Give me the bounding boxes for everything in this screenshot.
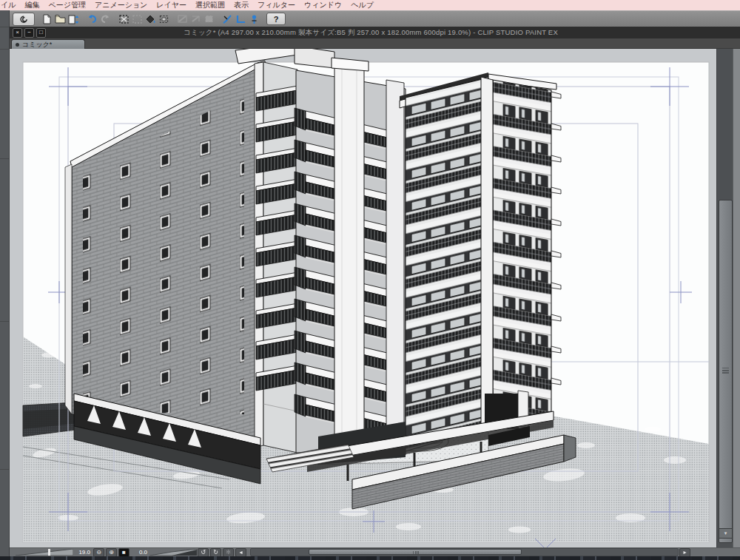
open-file-button[interactable] [54,13,67,25]
scale-selection-icon [158,14,169,24]
page-move-button[interactable] [67,13,80,25]
menu-layer[interactable]: レイヤー [152,0,191,10]
snap-to-special-ruler-button[interactable] [235,13,247,25]
deselect-button[interactable] [118,13,130,25]
tab-comic[interactable]: コミック* [11,39,85,49]
snap-pin-icon [249,14,260,24]
open-folder-icon [55,14,66,24]
menu-selection[interactable]: 選択範囲 [191,0,229,10]
undo-arrow-icon [87,14,98,24]
deselect-icon [118,14,130,24]
menu-edit[interactable]: 編集 [20,0,44,10]
new-document-icon [42,14,52,24]
disabled-tool-button-3[interactable] [203,13,215,25]
rotation-slider[interactable] [149,549,197,556]
menu-filter[interactable]: フィルター [253,0,300,10]
right-palette-edge [733,10,740,556]
menu-window[interactable]: ウィンドウ [300,0,346,10]
close-window-button[interactable]: × [13,28,22,38]
disabled-slash-icon [190,14,201,24]
status-bar: 19.0 ⊖ ⊕ ■ 0.0 ↺ ↻ ✻ ◂ ▸ [10,547,740,556]
redo-arrow-icon [100,14,111,24]
vertical-scrollbar-thumb[interactable] [719,200,733,543]
left-strip-divider [0,469,9,470]
rotate-cw-button[interactable]: ↻ [210,548,221,557]
tab-label: コミック* [22,40,52,50]
document-title-bar: × − □ コミック* (A4 297.00 x 210.00mm 製本サイズ:… [10,27,740,38]
left-palette-edge [0,10,10,556]
reselect-button[interactable] [131,13,144,25]
document-title: コミック* (A4 297.00 x 210.00mm 製本サイズ:B5 判 2… [46,28,696,38]
scrollbar-grip-icon [722,368,729,369]
clip-studio-swirl-icon [18,14,29,24]
left-strip-divider [0,49,9,50]
fill-selection-button[interactable] [144,13,157,25]
reselect-icon [132,14,143,24]
disabled-grid-icon [177,14,188,24]
page-up-down-icon [68,14,79,24]
transform-selection-button[interactable] [158,13,170,25]
scroll-left-button[interactable]: ◂ [235,548,246,557]
menu-file-clipped[interactable]: イル [0,0,20,10]
zoom-in-button[interactable]: ⊕ [106,548,117,557]
clip-studio-logo-button[interactable] [13,13,35,26]
vertical-scroll-down-button[interactable]: ▾ [719,528,733,539]
minimize-window-button[interactable]: − [24,28,34,38]
zoom-out-button[interactable]: ⊖ [93,548,104,557]
left-strip-divider [0,158,9,159]
disabled-frame-icon [204,14,215,24]
canvas-tab-bar: コミック* [10,38,740,49]
rotate-ccw-button[interactable]: ↺ [198,548,209,557]
desktop-edge-texture [0,556,740,560]
undo-button[interactable] [86,13,98,25]
scroll-right-button[interactable]: ▸ [679,548,690,557]
scrollbar-grip-icon [413,551,414,554]
rotation-value: 0.0 [130,549,149,556]
disabled-tool-button-1[interactable] [176,13,189,25]
fit-to-screen-button[interactable]: ■ [118,548,130,557]
left-strip-divider [0,321,9,322]
menu-help[interactable]: ヘルプ [346,0,378,10]
help-question-icon: ? [274,15,279,24]
snap-to-ruler-button[interactable] [221,13,234,25]
help-button[interactable]: ? [266,13,286,25]
menu-bar: イル 編集 ページ管理 アニメーション レイヤー 選択範囲 表示 フィルター ウ… [0,0,740,10]
paint-bucket-icon [145,14,156,24]
menu-page-management[interactable]: ページ管理 [44,0,90,10]
tab-modified-dot-icon [16,43,19,47]
menu-animation[interactable]: アニメーション [90,0,152,10]
horizontal-scrollbar[interactable] [250,548,679,556]
artwork-building-drawing [10,49,716,547]
menu-view[interactable]: 表示 [229,0,253,10]
left-strip-divider [0,27,9,27]
snap-to-grid-button[interactable] [248,13,260,25]
new-document-button[interactable] [41,13,53,25]
zoom-value: 19.0 [73,549,92,556]
reset-view-button[interactable]: ✻ [223,548,234,557]
maximize-window-button[interactable]: □ [36,28,46,38]
canvas-viewport[interactable] [10,49,716,547]
disabled-tool-button-2[interactable] [189,13,202,25]
horizontal-scrollbar-thumb[interactable] [309,549,522,555]
snap-ruler-icon [222,14,233,24]
redo-button[interactable] [99,13,112,25]
zoom-slider[interactable] [16,549,73,556]
snap-angle-icon [235,14,246,24]
command-bar: ? [10,10,740,27]
vertical-scrollbar[interactable]: ▾ [716,49,733,547]
